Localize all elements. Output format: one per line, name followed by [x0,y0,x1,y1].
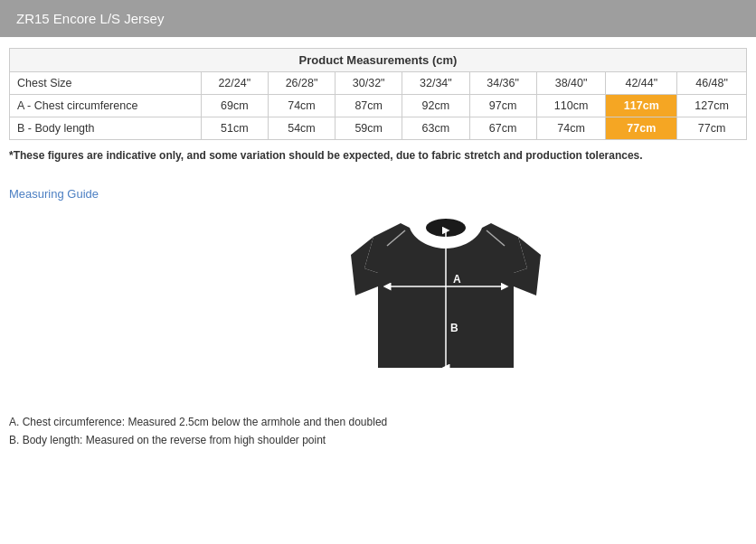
table-cell: 74cm [536,117,606,140]
table-cell: 110cm [536,95,606,117]
measuring-guide-label: Measuring Guide [9,178,109,201]
title-bar: ZR15 Encore L/S Jersey [0,0,756,37]
table-header: Product Measurements (cm) [10,49,747,72]
table-cell: 127cm [677,95,747,117]
table-cell: 42/44" [606,72,677,95]
table-row-label: B - Body length [10,117,202,140]
measurements-table: Product Measurements (cm) Chest Size22/2… [9,48,747,140]
table-cell: 67cm [469,117,536,140]
table-cell: 59cm [335,117,402,140]
table-cell: 74cm [268,95,335,117]
table-cell: 30/32" [335,72,402,95]
table-cell: 69cm [201,95,268,117]
page-title: ZR15 Encore L/S Jersey [16,11,164,26]
footnotes: A. Chest circumference: Measured 2.5cm b… [9,413,747,450]
table-cell: 46/48" [677,72,747,95]
table-cell: 34/36" [469,72,536,95]
svg-text:A: A [453,273,461,286]
table-cell: 38/40" [536,72,606,95]
table-row-label: Chest Size [10,72,202,95]
table-cell: 92cm [402,95,469,117]
table-cell: 26/28" [268,72,335,95]
table-cell: 87cm [335,95,402,117]
footnote-item: A. Chest circumference: Measured 2.5cm b… [9,413,747,431]
table-cell: 63cm [402,117,469,140]
table-cell: 97cm [469,95,536,117]
table-cell: 77cm [677,117,747,140]
table-cell: 22/24" [201,72,268,95]
svg-text:B: B [450,322,458,334]
table-cell: 32/34" [402,72,469,95]
table-row-label: A - Chest circumference [10,95,202,117]
table-cell: 77cm [606,117,677,140]
table-cell: 51cm [201,117,268,140]
footnote-item: B. Body length: Measured on the reverse … [9,431,747,449]
disclaimer-text: *These figures are indicative only, and … [9,149,747,162]
table-cell: 54cm [268,117,335,140]
jersey-diagram: A B [346,178,545,395]
measuring-section: Measuring Guide [9,178,747,395]
table-cell: 117cm [606,95,677,117]
